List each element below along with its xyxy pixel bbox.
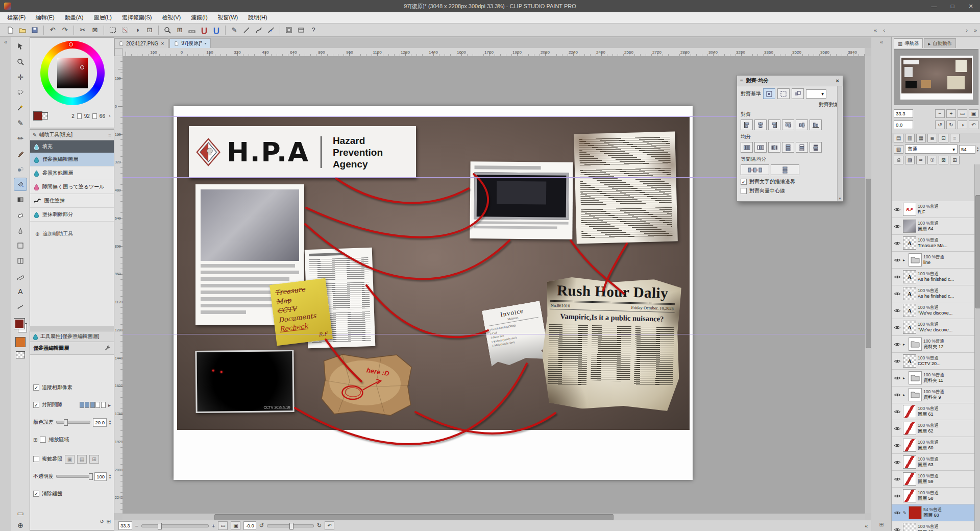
dialog-close-icon[interactable]: ✕ (836, 78, 840, 84)
layer-row[interactable]: R.F100 %普通R.F (892, 201, 974, 218)
status-collapse-icon[interactable]: « (865, 523, 868, 529)
folder-caret-icon[interactable]: ▸ (903, 393, 907, 397)
navigator-preview[interactable] (894, 49, 978, 105)
area-scaling-checkbox[interactable] (40, 437, 46, 443)
subtool-item-enclose-fill[interactable]: 圈住塗抹 (30, 194, 114, 208)
visibility-eye-icon[interactable] (893, 308, 901, 313)
menu-view[interactable]: 檢視(V) (157, 12, 186, 23)
curve-tool-icon[interactable] (253, 25, 264, 36)
close-tab-icon[interactable]: × (161, 41, 164, 46)
visibility-eye-icon[interactable] (893, 511, 901, 515)
opacity-slider[interactable] (56, 475, 92, 478)
pen-setting-icon[interactable]: ✎ (229, 25, 240, 36)
layer-row[interactable]: A100 %普通"We've discove... (892, 302, 974, 319)
zoom-tool[interactable] (14, 55, 27, 68)
layer-color-icon[interactable]: ▥ (905, 134, 915, 142)
visibility-eye-icon[interactable] (893, 460, 901, 465)
menu-layer[interactable]: 圖層(L) (88, 12, 116, 23)
equal-spacing-h-button[interactable] (741, 164, 769, 175)
layer-opacity-value[interactable]: 54 (959, 145, 975, 154)
refer-all-icon[interactable]: ▣ (65, 455, 75, 464)
eraser-tool[interactable] (14, 208, 27, 222)
close-gap-checkbox[interactable]: ✓ (33, 402, 39, 408)
hue-value[interactable]: 2 (71, 113, 75, 119)
stepper-icons[interactable]: ▴▾ (109, 473, 111, 479)
wand-tool[interactable] (14, 101, 27, 114)
hue-slider-icon[interactable] (77, 113, 82, 119)
reset-view-icon[interactable]: ↶ (325, 521, 334, 530)
nav-actual-icon[interactable]: ▣ (969, 109, 978, 118)
blend-icon[interactable]: ▧ (894, 145, 903, 154)
align-middle-v-button[interactable] (796, 119, 808, 130)
layer-row-selected[interactable]: ✎54 %普通圖層 68 (892, 504, 974, 521)
layer-thumbnail[interactable] (903, 489, 916, 502)
layer-thumbnail[interactable]: R.F (903, 203, 916, 216)
strip-extra-icon[interactable]: ▭ (14, 506, 27, 520)
doc-tab-1[interactable]: 2024127.PNG × (114, 38, 168, 48)
rotation-value[interactable]: -0.0 (243, 521, 256, 530)
layer-row[interactable]: 100 %普通圖層 62 (892, 420, 974, 437)
layer-clip-icon[interactable]: ⊡ (939, 134, 948, 142)
menu-help[interactable]: 說明(H) (243, 12, 272, 23)
airbrush-tool[interactable] (14, 162, 27, 176)
subtool-item-refer-edit-layer[interactable]: 僅參照編輯圖層 (30, 153, 114, 166)
multiple-refer-checkbox[interactable] (33, 456, 39, 462)
move-tool[interactable]: ✛ (14, 70, 27, 84)
zoom-out-icon[interactable]: − (135, 523, 138, 529)
align-bottom-button[interactable] (810, 119, 822, 130)
dock-collapse-left-icon[interactable]: « (871, 27, 880, 33)
dist-middle-v-button[interactable] (796, 142, 808, 153)
register-default-icon[interactable]: ⊞ (107, 519, 111, 524)
nav-flip-icon[interactable]: ◑ (958, 120, 967, 129)
menu-edit[interactable]: 編輯(E) (31, 12, 60, 23)
subtool-item-paint-unfilled[interactable]: 塗抹剩餘部分 (30, 208, 114, 222)
align-center-h-button[interactable] (754, 119, 767, 130)
menu-selection[interactable]: 選擇範圍(S) (117, 12, 157, 23)
layer-thumbnail[interactable] (903, 472, 916, 486)
grid-icon[interactable]: ⊞ (174, 25, 185, 36)
visibility-eye-icon[interactable] (893, 207, 901, 212)
visibility-eye-icon[interactable] (893, 409, 901, 414)
lock-layer-icon[interactable] (894, 156, 903, 164)
visibility-eye-icon[interactable] (893, 426, 901, 431)
panel-menu-icon[interactable]: ≡ (108, 132, 111, 138)
add-subtool-button[interactable]: ⊕追加輔助工具 (30, 228, 114, 240)
refer-selected-icon[interactable]: ⊞ (89, 455, 99, 464)
layer-mask-icon[interactable]: ▦ (916, 134, 926, 142)
visibility-eye-icon[interactable] (893, 393, 901, 397)
dist-bottom-button[interactable] (810, 142, 822, 153)
redo-icon[interactable]: ↷ (59, 25, 70, 36)
help-icon[interactable]: ? (308, 25, 319, 36)
frame-icon[interactable] (283, 25, 295, 36)
selection-border-icon[interactable]: ⊡ (144, 25, 155, 36)
zoom-value[interactable]: 33.3 (118, 521, 132, 530)
nav-fit-icon[interactable]: ▭ (958, 109, 967, 118)
folder-icon[interactable] (909, 253, 922, 267)
layer-menu-icon[interactable]: ≡ (950, 134, 960, 142)
tab-auto-action[interactable]: ▸ 自動動作 (924, 38, 956, 48)
folder-caret-icon[interactable]: ▸ (903, 258, 907, 262)
palette-option-icon[interactable]: ⊞ (950, 156, 960, 164)
dock-next-icon[interactable]: › (963, 27, 971, 33)
snap-special-icon[interactable] (211, 25, 222, 36)
text-layer-thumbnail[interactable]: A (903, 236, 916, 250)
figure-tool[interactable] (14, 239, 27, 252)
visibility-eye-icon[interactable] (893, 275, 901, 279)
open-file-icon[interactable] (17, 25, 28, 36)
refer-folder-icon[interactable]: ▤ (77, 455, 87, 464)
pencil-tool[interactable]: ✏ (14, 132, 27, 145)
folder-caret-icon[interactable]: ▸ (903, 376, 907, 380)
fill-tool-selected[interactable] (14, 178, 27, 191)
visibility-eye-icon[interactable] (893, 527, 901, 531)
ruler-tool[interactable] (14, 270, 27, 283)
folder-icon[interactable] (909, 371, 922, 384)
correct-line-icon[interactable] (265, 25, 277, 36)
line-tool-icon[interactable] (241, 25, 252, 36)
maximize-button[interactable]: □ (943, 0, 962, 12)
layer-row[interactable]: 100 %普通圖層 63 (892, 454, 974, 471)
visibility-eye-icon[interactable] (893, 477, 901, 481)
dist-left-button[interactable] (741, 142, 753, 153)
layer-row[interactable]: A100 %普通CCTV 20... (892, 353, 974, 370)
horizontal-ruler[interactable]: 1600 160320 480640 800960 11201280 14401… (122, 48, 865, 57)
text-layer-thumbnail[interactable]: A (903, 270, 916, 283)
